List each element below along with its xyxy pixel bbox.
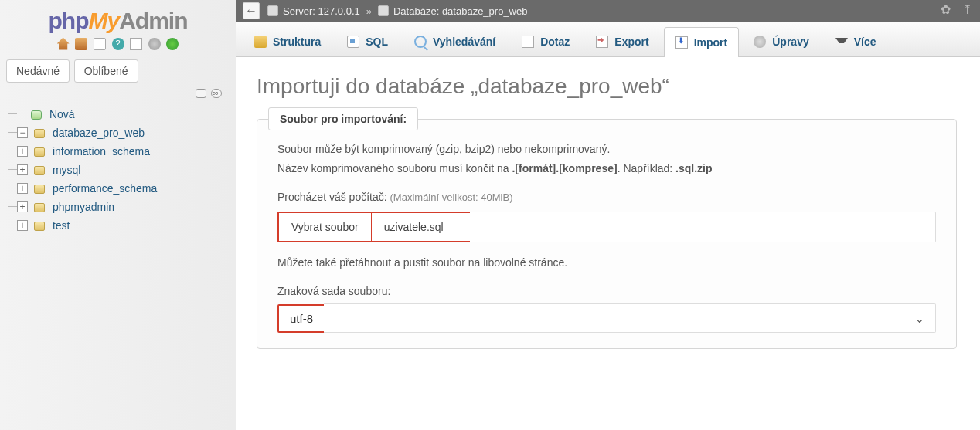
db-tree: Nová − databaze_pro_web + information_sc… <box>0 102 236 235</box>
tree-expander-icon[interactable]: + <box>17 220 28 231</box>
tab-label: Struktura <box>273 36 321 48</box>
tab-label: Import <box>694 36 728 49</box>
chevron-down-icon: ⌄ <box>915 313 924 325</box>
max-size-hint: (Maximální velikost: 40MiB) <box>390 191 513 203</box>
home-icon[interactable] <box>57 38 70 50</box>
tab-structure[interactable]: Struktura <box>243 26 332 56</box>
collapse-all-icon[interactable] <box>196 89 206 98</box>
sql-query-icon[interactable] <box>94 38 106 50</box>
database-icon <box>34 129 45 138</box>
compress-hint-1: Soubor může být komprimovaný (gzip, bzip… <box>277 141 936 157</box>
charset-select-body[interactable]: ⌄ <box>324 303 936 333</box>
sql-icon <box>347 36 359 48</box>
tree-item-label: mysql <box>53 164 81 176</box>
database-icon <box>34 222 45 231</box>
structure-icon <box>254 36 267 48</box>
tab-query[interactable]: Dotaz <box>510 26 581 56</box>
import-file-fieldset: Soubor pro importování: Soubor může být … <box>257 119 957 349</box>
tab-export[interactable]: Export <box>584 26 660 56</box>
breadcrumb: ← Server: 127.0.0.1 » Databáze: databaze… <box>236 0 980 22</box>
content: Importuji do databáze „databaze_pro_web“… <box>236 57 980 349</box>
logo-part-my: My <box>88 8 119 33</box>
help-icon[interactable]: ? <box>112 38 124 50</box>
browse-label-row: Procházet váš počítač: (Maximální veliko… <box>277 189 936 205</box>
tree-expander-icon[interactable]: + <box>17 201 28 212</box>
file-input-spacer[interactable] <box>470 212 936 242</box>
tree-item-information-schema[interactable]: + information_schema <box>8 142 236 161</box>
tree-item-label: information_schema <box>53 145 150 157</box>
chosen-file-name: uzivatele.sql <box>371 212 471 242</box>
tab-label: SQL <box>366 36 388 48</box>
crumb-server-value[interactable]: 127.0.0.1 <box>318 5 360 17</box>
charset-label: Znaková sada souboru: <box>277 285 936 297</box>
search-icon <box>414 36 427 48</box>
tree-item-label: phpmyadmin <box>53 201 114 213</box>
database-icon <box>34 147 45 157</box>
database-icon <box>378 5 389 16</box>
tree-expander-icon[interactable]: − <box>17 127 28 138</box>
tree-item-phpmyadmin[interactable]: + phpmyadmin <box>8 198 236 216</box>
tab-sql[interactable]: SQL <box>335 26 400 56</box>
database-icon <box>34 203 45 212</box>
settings-gear-icon[interactable]: ✿ <box>938 3 952 17</box>
new-db-icon <box>31 110 42 120</box>
crumb-separator: » <box>366 5 372 17</box>
fieldset-legend: Soubor pro importování: <box>268 107 418 130</box>
link-icon[interactable] <box>211 89 222 98</box>
settings-icon[interactable] <box>148 38 161 50</box>
tree-new-db-label: Nová <box>49 108 75 120</box>
choose-file-button[interactable]: Vybrat soubor <box>277 212 371 242</box>
tree-expander-icon[interactable]: + <box>17 164 28 175</box>
page-title: Importuji do databáze „databaze_pro_web“ <box>257 74 963 99</box>
browse-label: Procházet váš počítač: <box>277 191 387 203</box>
crumb-server-label: Server: <box>283 5 315 17</box>
sidebar: phpMyAdmin ? Nedávné Oblíbené Nová − dat… <box>0 0 236 430</box>
reload-icon[interactable] <box>166 38 179 50</box>
logo-part-admin: Admin <box>119 8 187 33</box>
tab-favorites[interactable]: Oblíbené <box>74 59 138 83</box>
tree-item-test[interactable]: + test <box>8 216 236 235</box>
drag-drop-hint: Můžete také přetáhnout a pustit soubor n… <box>277 255 936 271</box>
logo-part-php: php <box>49 8 89 33</box>
tree-item-label: performance_schema <box>53 182 157 195</box>
query-icon <box>522 36 534 48</box>
recent-favorites-tabs: Nedávné Oblíbené <box>0 55 236 87</box>
tab-recent[interactable]: Nedávné <box>6 59 70 83</box>
back-button[interactable]: ← <box>243 2 260 19</box>
tab-label: Vyhledávání <box>433 36 495 48</box>
charset-select-value[interactable]: utf-8 <box>277 304 325 333</box>
file-input-row: Vybrat soubor uzivatele.sql <box>277 212 936 242</box>
collapse-top-icon[interactable]: ⤒ <box>960 3 974 17</box>
tree-item-databaze-pro-web[interactable]: − databaze_pro_web <box>8 124 236 142</box>
tree-expander-icon[interactable]: + <box>17 183 28 194</box>
crumb-db-label: Databáze: <box>393 5 439 17</box>
tab-more[interactable]: Více <box>824 26 888 56</box>
crumb-db-value[interactable]: databaze_pro_web <box>442 5 528 17</box>
tab-operations[interactable]: Úpravy <box>742 26 820 56</box>
tab-import[interactable]: Import <box>664 27 740 57</box>
import-icon <box>675 36 688 49</box>
tree-item-label: databaze_pro_web <box>53 127 145 139</box>
export-icon <box>596 36 608 48</box>
tree-item-mysql[interactable]: + mysql <box>8 161 236 179</box>
operations-icon <box>754 36 766 48</box>
charset-select: utf-8 ⌄ <box>277 303 936 333</box>
database-icon <box>34 185 45 194</box>
server-icon <box>267 5 278 16</box>
tree-item-performance-schema[interactable]: + performance_schema <box>8 179 236 198</box>
tree-new-db[interactable]: Nová <box>8 105 236 124</box>
docs-icon[interactable] <box>130 38 142 50</box>
tree-tools <box>0 87 236 102</box>
logout-icon[interactable] <box>75 38 87 50</box>
chevron-down-icon <box>835 38 848 50</box>
main: ← Server: 127.0.0.1 » Databáze: databaze… <box>236 0 980 430</box>
tree-item-label: test <box>53 219 70 232</box>
tab-search[interactable]: Vyhledávání <box>403 26 507 56</box>
quick-icons: ? <box>0 36 236 55</box>
compress-hint-2: Název komprimovaného souboru musí končit… <box>277 161 936 177</box>
tree-expander-icon[interactable]: + <box>17 146 28 157</box>
nav-tabs: Struktura SQL Vyhledávání Dotaz Export I… <box>236 22 980 57</box>
database-icon <box>34 166 45 175</box>
logo[interactable]: phpMyAdmin <box>0 5 236 36</box>
tab-label: Export <box>614 36 648 48</box>
